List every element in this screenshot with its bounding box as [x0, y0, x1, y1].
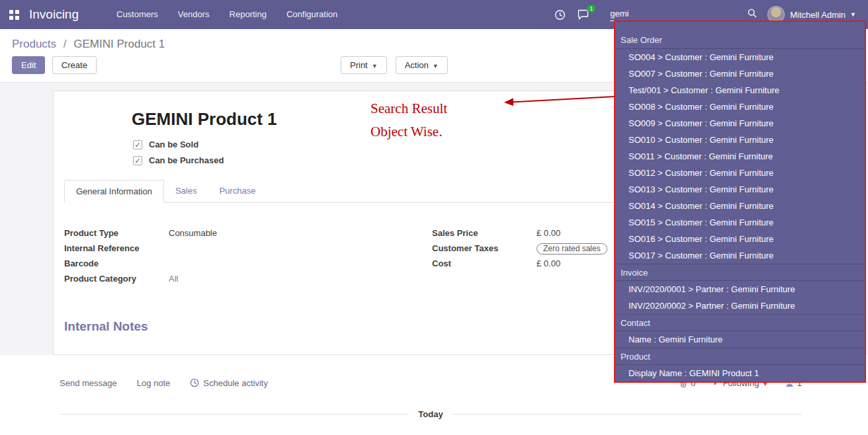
navbar-menu: CustomersVendorsReportingConfiguration [107, 0, 347, 29]
breadcrumb-products-link[interactable]: Products [12, 38, 56, 50]
checkbox-can-be-purchased[interactable] [133, 156, 142, 165]
chevron-down-icon: ▼ [850, 11, 856, 18]
field-label: Cost [432, 258, 537, 268]
send-message-button[interactable]: Send message [60, 378, 117, 388]
dropdown-item[interactable]: SO017 > Customer : Gemini Furniture [615, 247, 865, 264]
tab-purchase[interactable]: Purchase [208, 180, 267, 203]
dropdown-group-header-invoice: Invoice [615, 264, 865, 281]
edit-button[interactable]: Edit [12, 56, 45, 74]
nav-item-vendors[interactable]: Vendors [168, 0, 220, 29]
field-label: Sales Price [432, 228, 537, 238]
field-label: Product Category [64, 274, 169, 284]
apps-grid-icon[interactable] [9, 10, 19, 20]
dropdown-item[interactable]: INV/2020/0001 > Partner : Gemini Furnitu… [615, 281, 865, 297]
tab-sales[interactable]: Sales [164, 180, 208, 203]
dropdown-group-header-contact: Contact [615, 314, 865, 331]
field-label: Product Type [64, 228, 169, 238]
field-label: Customer Taxes [432, 243, 537, 253]
app-title[interactable]: Invoicing [29, 7, 79, 22]
dropdown-item[interactable]: SO008 > Customer : Gemini Furniture [615, 99, 865, 115]
dropdown-item[interactable]: SO015 > Customer : Gemini Furniture [615, 214, 865, 231]
breadcrumb-current: GEMINI Product 1 [73, 38, 165, 50]
dropdown-item[interactable]: SO009 > Customer : Gemini Furniture [615, 115, 865, 132]
date-divider: Today [60, 409, 802, 419]
annotation-arrow [496, 89, 619, 112]
annotation-line2: Object Wise. [370, 120, 447, 143]
annotation-line1: Search Result [370, 97, 447, 120]
dropdown-item[interactable]: SO016 > Customer : Gemini Furniture [615, 231, 865, 247]
messages-badge: 1 [587, 5, 595, 13]
dropdown-item[interactable]: SO007 > Customer : Gemini Furniture [615, 65, 865, 82]
field-product-type: Product TypeConsumable [64, 228, 421, 239]
dropdown-group-header-sale-order: Sale Order [615, 32, 865, 49]
activities-clock-icon[interactable] [554, 9, 566, 20]
dropdown-item[interactable]: Test/001 > Customer : Gemini Furniture [615, 82, 865, 99]
field-label: Internal Reference [64, 243, 169, 253]
dropdown-item[interactable]: SO013 > Customer : Gemini Furniture [615, 181, 865, 198]
dropdown-item[interactable]: SO004 > Customer : Gemini Furniture [615, 49, 865, 65]
field-label: Barcode [64, 258, 169, 268]
field-value-product-category[interactable]: All [169, 274, 178, 284]
nav-item-reporting[interactable]: Reporting [220, 0, 277, 29]
dropdown-item[interactable]: SO011 > Customer : Gemini Furniture [615, 148, 865, 165]
tab-general-information[interactable]: General Information [64, 180, 164, 203]
schedule-activity-button[interactable]: Schedule activity [190, 378, 268, 388]
field-internal-reference: Internal Reference [64, 243, 421, 255]
checkbox-label: Can be Purchased [149, 155, 224, 165]
checkbox-label: Can be Sold [149, 139, 198, 149]
field-product-category: Product CategoryAll [64, 274, 421, 285]
checkbox-can-be-sold[interactable] [133, 140, 142, 149]
nav-item-configuration[interactable]: Configuration [277, 0, 347, 29]
log-note-button[interactable]: Log note [137, 378, 171, 388]
clock-icon [190, 378, 199, 387]
search-icon[interactable] [748, 9, 757, 18]
nav-item-customers[interactable]: Customers [107, 0, 168, 29]
breadcrumb-separator: / [64, 38, 67, 50]
create-button[interactable]: Create [52, 56, 97, 74]
dropdown-item[interactable]: SO012 > Customer : Gemini Furniture [615, 165, 865, 181]
dropdown-item[interactable]: SO014 > Customer : Gemini Furniture [615, 198, 865, 214]
global-search [610, 9, 757, 21]
dropdown-group-header-product: Product [615, 348, 865, 365]
field-value-product-type: Consumable [169, 228, 217, 238]
dropdown-item[interactable]: SO010 > Customer : Gemini Furniture [615, 132, 865, 148]
field-value-cost: £ 0.00 [537, 258, 560, 268]
field-value-sales-price: £ 0.00 [537, 228, 560, 238]
search-results-dropdown: Sale OrderSO004 > Customer : Gemini Furn… [614, 20, 866, 383]
chevron-down-icon: ▼ [372, 63, 378, 69]
dropdown-item[interactable]: INV/2020/0002 > Partner : Gemini Furnitu… [615, 297, 865, 314]
chevron-down-icon: ▼ [433, 63, 439, 69]
left-field-column: Product TypeConsumableInternal Reference… [64, 228, 421, 289]
dropdown-item[interactable]: Name : Gemini Furniture [615, 331, 865, 348]
field-barcode: Barcode [64, 258, 421, 270]
field-value-customer-taxes: Zero rated sales [537, 243, 607, 255]
user-name: Mitchell Admin [790, 10, 846, 20]
messages-icon[interactable]: 1 [578, 9, 589, 20]
search-input[interactable] [610, 9, 748, 19]
annotation-text: Search Result Object Wise. [370, 97, 447, 143]
date-divider-label: Today [418, 409, 443, 419]
action-dropdown-button[interactable]: Action▼ [396, 56, 448, 74]
dropdown-item[interactable]: Display Name : GEMINI Product 1 [615, 365, 865, 381]
print-dropdown-button[interactable]: Print▼ [341, 56, 387, 74]
search-dropdown-list: Sale OrderSO004 > Customer : Gemini Furn… [615, 32, 865, 381]
action-buttons: Print▼ Action▼ [341, 56, 448, 74]
